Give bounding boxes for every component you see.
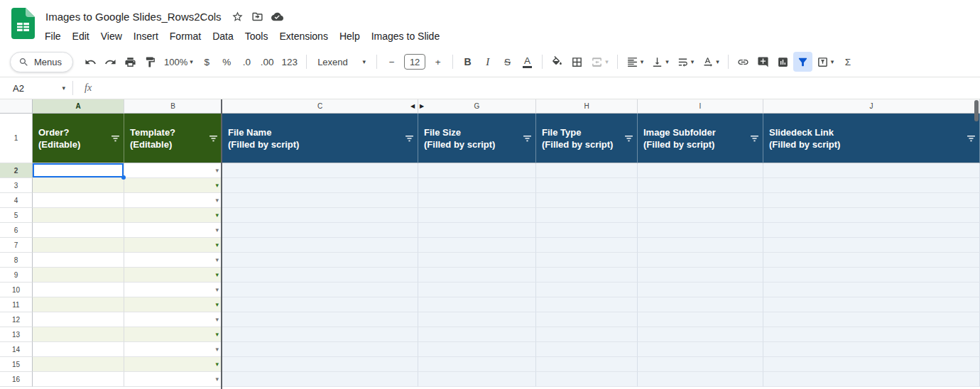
filter-views-button[interactable]: ▾ xyxy=(813,52,838,72)
cell-H3[interactable] xyxy=(536,178,638,193)
cell-J16[interactable] xyxy=(763,372,980,387)
cell-A13[interactable] xyxy=(33,327,124,342)
cell-C5[interactable] xyxy=(222,208,418,223)
cell-B13[interactable]: ▾ xyxy=(124,327,222,342)
cell-B15[interactable]: ▾ xyxy=(124,357,222,372)
document-title[interactable]: Images to Google Slides_Rows2Cols xyxy=(44,9,227,24)
cell-I9[interactable] xyxy=(638,268,763,283)
borders-button[interactable] xyxy=(567,52,587,72)
bold-button[interactable]: B xyxy=(458,52,477,72)
cell-I15[interactable] xyxy=(638,357,763,372)
strikethrough-button[interactable]: S xyxy=(498,52,517,72)
cell-A16[interactable] xyxy=(33,372,124,387)
cell-B16[interactable]: ▾ xyxy=(124,372,222,387)
font-family-select[interactable]: Lexend ▾ xyxy=(312,52,371,72)
header-cell-B1[interactable]: Template? (Editable) xyxy=(124,114,222,163)
cell-H14[interactable] xyxy=(536,342,638,357)
insert-chart-button[interactable] xyxy=(773,52,793,72)
cell-H13[interactable] xyxy=(536,327,638,342)
cell-G11[interactable] xyxy=(418,297,536,312)
filter-button-icon[interactable] xyxy=(405,133,414,143)
cell-H4[interactable] xyxy=(536,193,638,208)
frozen-columns-divider[interactable] xyxy=(221,99,222,389)
cell-I11[interactable] xyxy=(638,297,763,312)
cell-A12[interactable] xyxy=(33,312,124,327)
text-color-button[interactable]: A xyxy=(518,52,537,72)
cell-J5[interactable] xyxy=(763,208,980,223)
cell-B4[interactable]: ▾ xyxy=(124,193,222,208)
cell-G12[interactable] xyxy=(418,312,536,327)
filter-button-icon[interactable] xyxy=(750,133,759,143)
row-header-16[interactable]: 16 xyxy=(0,372,33,387)
cell-G5[interactable] xyxy=(418,208,536,223)
row-header-11[interactable]: 11 xyxy=(0,297,33,312)
row-header-14[interactable]: 14 xyxy=(0,342,33,357)
row-header-12[interactable]: 12 xyxy=(0,312,33,327)
print-button[interactable] xyxy=(121,52,140,72)
number-format-button[interactable]: 123 xyxy=(278,52,302,72)
cell-J15[interactable] xyxy=(763,357,980,372)
vertical-scrollbar[interactable] xyxy=(973,99,980,389)
header-cell-I1[interactable]: Image Subfolder (Filled by script) xyxy=(638,114,763,163)
cell-C14[interactable] xyxy=(222,342,418,357)
menu-insert[interactable]: Insert xyxy=(128,28,164,44)
scrollbar-thumb[interactable] xyxy=(974,100,979,121)
filter-button-icon[interactable] xyxy=(111,133,120,143)
merge-cells-button[interactable]: ▾ xyxy=(587,52,612,72)
cell-A14[interactable] xyxy=(33,342,124,357)
formula-input[interactable] xyxy=(92,77,980,99)
cell-H2[interactable] xyxy=(536,163,638,178)
header-cell-C1[interactable]: File Name (Filled by script) xyxy=(222,114,418,163)
cell-G16[interactable] xyxy=(418,372,536,387)
filter-button-icon[interactable] xyxy=(624,133,633,143)
cell-B14[interactable]: ▾ xyxy=(124,342,222,357)
percent-format-button[interactable]: % xyxy=(217,52,236,72)
cell-G3[interactable] xyxy=(418,178,536,193)
dropdown-arrow-icon[interactable]: ▾ xyxy=(215,302,219,308)
cell-G14[interactable] xyxy=(418,342,536,357)
cell-C2[interactable] xyxy=(222,163,418,178)
cell-A6[interactable] xyxy=(33,223,124,238)
cell-A11[interactable] xyxy=(33,297,124,312)
column-header-B[interactable]: B xyxy=(124,99,222,114)
column-header-J[interactable]: J xyxy=(763,99,980,114)
cell-G6[interactable] xyxy=(418,223,536,238)
horizontal-align-button[interactable]: ▾ xyxy=(623,52,648,72)
cell-C13[interactable] xyxy=(222,327,418,342)
filter-button-icon[interactable] xyxy=(209,133,218,143)
cell-A5[interactable] xyxy=(33,208,124,223)
header-cell-H1[interactable]: File Type (Filled by script) xyxy=(536,114,638,163)
cell-B7[interactable]: ▾ xyxy=(124,238,222,253)
cell-J11[interactable] xyxy=(763,297,980,312)
header-cell-G1[interactable]: File Size (Filled by script) xyxy=(418,114,536,163)
menu-help[interactable]: Help xyxy=(334,28,366,44)
cell-J10[interactable] xyxy=(763,283,980,297)
cell-B8[interactable]: ▾ xyxy=(124,253,222,268)
header-cell-J1[interactable]: Slidedeck Link (Filled by script) xyxy=(763,114,980,163)
cell-I16[interactable] xyxy=(638,372,763,387)
cell-H7[interactable] xyxy=(536,238,638,253)
sheets-logo-icon[interactable] xyxy=(11,8,35,39)
cell-J9[interactable] xyxy=(763,268,980,283)
column-header-G[interactable]: G xyxy=(418,99,536,114)
cell-B5[interactable]: ▾ xyxy=(124,208,222,223)
menu-tools[interactable]: Tools xyxy=(239,28,274,44)
row-header-15[interactable]: 15 xyxy=(0,357,33,372)
font-size-input[interactable]: 12 xyxy=(404,54,425,70)
menu-images-to-slide[interactable]: Images to Slide xyxy=(366,28,446,44)
dropdown-arrow-icon[interactable]: ▾ xyxy=(215,168,219,174)
cell-C6[interactable] xyxy=(222,223,418,238)
decrease-font-size-button[interactable]: − xyxy=(382,52,401,72)
cell-G10[interactable] xyxy=(418,283,536,297)
row-header-4[interactable]: 4 xyxy=(0,193,33,208)
dropdown-arrow-icon[interactable]: ▾ xyxy=(215,272,219,278)
dropdown-arrow-icon[interactable]: ▾ xyxy=(215,197,219,204)
cell-A8[interactable] xyxy=(33,253,124,268)
cell-G13[interactable] xyxy=(418,327,536,342)
paint-format-button[interactable] xyxy=(141,52,160,72)
cell-B11[interactable]: ▾ xyxy=(124,297,222,312)
cell-C16[interactable] xyxy=(222,372,418,387)
cell-H6[interactable] xyxy=(536,223,638,238)
insert-comment-button[interactable] xyxy=(753,52,773,72)
vertical-align-button[interactable]: ▾ xyxy=(648,52,673,72)
